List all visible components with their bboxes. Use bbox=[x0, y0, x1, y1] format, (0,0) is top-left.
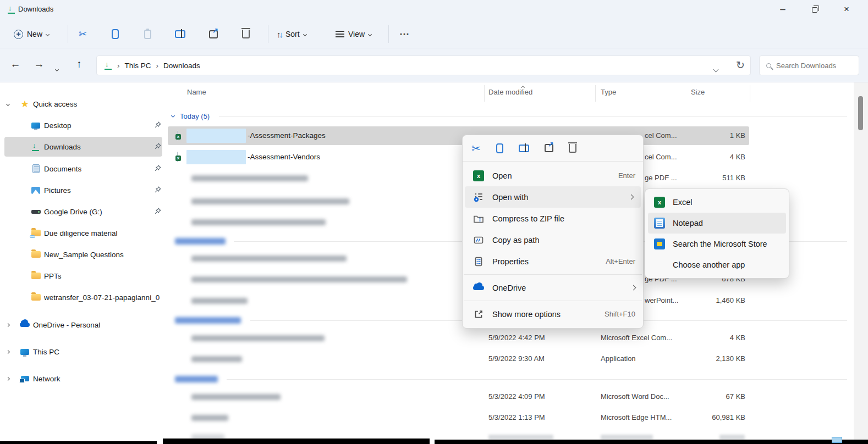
sidebar-item-network[interactable]: Network bbox=[0, 369, 165, 389]
forward-button[interactable]: → bbox=[30, 56, 48, 74]
sidebar-item-downloads[interactable]: Downloads bbox=[0, 137, 165, 157]
expander-chevron-icon[interactable] bbox=[6, 323, 10, 326]
delete-icon[interactable] bbox=[569, 144, 576, 153]
menu-item-onedrive[interactable]: OneDrive bbox=[463, 277, 643, 298]
desktop-icon bbox=[31, 123, 40, 129]
sidebar-item-new-sample-questions[interactable]: New_Sample Questions bbox=[0, 245, 165, 264]
group-header-today[interactable]: Today (5) bbox=[165, 108, 854, 125]
downloads-folder-icon bbox=[8, 5, 15, 14]
up-button[interactable]: ↑ bbox=[70, 56, 88, 74]
notepad-app-icon bbox=[654, 218, 665, 229]
rename-button[interactable] bbox=[175, 24, 185, 44]
toolbar-divider bbox=[268, 25, 268, 43]
plus-icon: + bbox=[14, 30, 23, 39]
file-name: -Assessment-Packages bbox=[248, 131, 326, 140]
table-row[interactable]: 5/3/2022 4:09 PM Microsoft Word Doc... 6… bbox=[165, 387, 854, 406]
copy-button[interactable] bbox=[112, 24, 119, 44]
file-size: 67 KB bbox=[663, 392, 745, 401]
table-row[interactable]: 5/9/2022 9:30 AM Application 2,130 KB bbox=[165, 349, 854, 368]
restore-button[interactable] bbox=[802, 0, 827, 20]
window-chrome: Downloads – × + New ✂ ↑↓ Sort View ⋯ bbox=[0, 0, 868, 82]
delete-button[interactable] bbox=[242, 24, 250, 44]
see-more-button[interactable]: ⋯ bbox=[399, 24, 409, 44]
file-size: 4 KB bbox=[663, 334, 745, 342]
rename-icon[interactable] bbox=[519, 145, 529, 152]
sidebar-item-google-drive[interactable]: Google Drive (G:) bbox=[0, 202, 165, 221]
breadcrumb-this-pc[interactable]: This PC bbox=[125, 62, 151, 70]
command-bar: + New ✂ ↑↓ Sort View ⋯ bbox=[0, 20, 868, 48]
group-header-redacted[interactable] bbox=[165, 371, 854, 387]
cut-button[interactable]: ✂ bbox=[79, 24, 87, 44]
paste-button[interactable] bbox=[144, 24, 151, 44]
column-divider[interactable] bbox=[484, 85, 485, 102]
sidebar-item-due-diligence-material[interactable]: Due diligence material bbox=[0, 223, 165, 243]
menu-item-copy-as-path[interactable]: Copy as path bbox=[463, 229, 643, 251]
sidebar-item-wetransfer[interactable]: wetransfer_03-07-21-papagianni_0 bbox=[0, 287, 165, 307]
new-button[interactable]: + New bbox=[14, 24, 49, 44]
submenu-item-search-microsoft-store[interactable]: Search the Microsoft Store bbox=[645, 234, 789, 254]
sidebar-item-this-pc[interactable]: This PC bbox=[0, 342, 165, 362]
sidebar-item-pictures[interactable]: Pictures bbox=[0, 180, 165, 200]
rename-icon bbox=[175, 30, 185, 38]
column-header-type[interactable]: Type bbox=[601, 88, 616, 96]
expander-chevron-icon[interactable] bbox=[6, 349, 10, 353]
share-icon[interactable] bbox=[545, 144, 553, 152]
close-button[interactable]: × bbox=[834, 0, 859, 20]
menu-item-label: Open bbox=[492, 171, 512, 180]
pictures-icon bbox=[31, 187, 40, 194]
back-button[interactable]: ← bbox=[7, 56, 24, 74]
sidebar-item-desktop[interactable]: Desktop bbox=[0, 115, 165, 135]
cut-icon[interactable]: ✂ bbox=[471, 143, 481, 154]
sidebar-item-documents[interactable]: Documents bbox=[0, 159, 165, 179]
file-type: Microsoft Excel Com... bbox=[601, 334, 672, 342]
view-button[interactable]: View bbox=[336, 24, 371, 44]
column-divider[interactable] bbox=[595, 85, 596, 102]
address-dropdown-button[interactable] bbox=[714, 64, 718, 74]
vertical-scrollbar[interactable] bbox=[854, 82, 868, 444]
redacted-name-block bbox=[186, 150, 246, 164]
column-header-size[interactable]: Size bbox=[691, 88, 705, 96]
breadcrumb-downloads[interactable]: Downloads bbox=[163, 62, 200, 70]
sort-button[interactable]: ↑↓ Sort bbox=[277, 24, 306, 44]
chevron-down-icon bbox=[713, 67, 719, 73]
menu-item-open[interactable]: x Open Enter bbox=[463, 165, 643, 186]
menu-item-compress-zip[interactable]: Compress to ZIP file bbox=[463, 208, 643, 229]
redacted-name-blur bbox=[191, 256, 347, 262]
sidebar-item-label: OneDrive - Personal bbox=[33, 321, 100, 329]
scrollbar-thumb[interactable] bbox=[858, 96, 863, 130]
table-row[interactable]: 5/9/2022 4:42 PM Microsoft Excel Com... … bbox=[165, 329, 854, 347]
column-header-date-modified[interactable]: Date modified bbox=[488, 88, 532, 96]
sidebar-item-label: Quick access bbox=[33, 100, 77, 108]
column-header-name[interactable]: Name bbox=[187, 88, 206, 96]
toolbar-divider bbox=[68, 25, 68, 43]
share-button[interactable] bbox=[209, 24, 218, 44]
sidebar-item-onedrive[interactable]: OneDrive - Personal bbox=[0, 315, 165, 335]
address-bar[interactable]: › This PC › Downloads bbox=[96, 56, 751, 75]
bottom-blue-artifact bbox=[832, 437, 842, 443]
copy-icon[interactable] bbox=[496, 143, 503, 153]
menu-separator bbox=[464, 274, 642, 275]
search-input[interactable] bbox=[776, 62, 848, 70]
redacted-group-label bbox=[175, 238, 226, 245]
menu-item-show-more-options[interactable]: Show more options Shift+F10 bbox=[463, 303, 643, 325]
submenu-item-excel[interactable]: x Excel bbox=[645, 192, 789, 213]
recent-locations-button[interactable] bbox=[56, 63, 58, 73]
minimize-icon: – bbox=[780, 4, 785, 14]
navigation-pane: ★ Quick access Desktop Downloads Documen… bbox=[0, 82, 165, 444]
sidebar-item-ppts[interactable]: PPTs bbox=[0, 266, 165, 286]
table-row[interactable]: 5/3/2022 1:13 PM Microsoft Edge HTM... 6… bbox=[165, 408, 854, 427]
expander-chevron-icon[interactable] bbox=[6, 376, 10, 380]
sidebar-item-quick-access[interactable]: ★ Quick access bbox=[0, 94, 165, 114]
copy-icon bbox=[112, 29, 119, 39]
minimize-button[interactable]: – bbox=[770, 0, 795, 20]
menu-item-open-with[interactable]: Open with bbox=[465, 186, 641, 208]
expander-chevron-icon[interactable] bbox=[6, 102, 10, 106]
refresh-button[interactable]: ↻ bbox=[736, 60, 745, 70]
submenu-item-label: Search the Microsoft Store bbox=[673, 240, 767, 248]
group-collapse-icon[interactable] bbox=[171, 114, 175, 118]
column-divider[interactable] bbox=[750, 85, 750, 102]
submenu-item-notepad[interactable]: Notepad bbox=[648, 213, 786, 234]
submenu-item-choose-another-app[interactable]: Choose another app bbox=[645, 254, 789, 275]
search-box[interactable] bbox=[759, 56, 859, 75]
menu-item-properties[interactable]: Properties Alt+Enter bbox=[463, 251, 643, 272]
